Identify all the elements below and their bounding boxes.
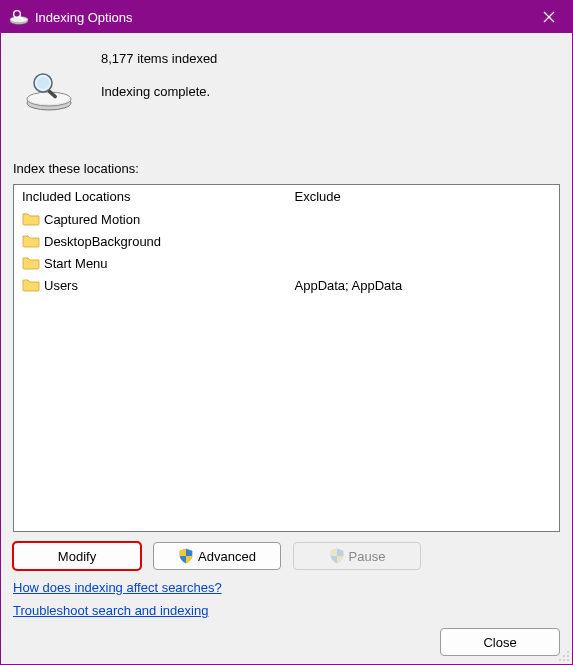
list-item[interactable]: Captured Motion (22, 208, 279, 230)
close-icon (543, 11, 555, 23)
folder-icon (22, 233, 40, 249)
list-item[interactable]: Start Menu (22, 252, 279, 274)
client-area: 8,177 items indexed Indexing complete. I… (1, 33, 572, 664)
resize-grip[interactable] (558, 650, 570, 662)
svg-point-17 (559, 659, 561, 661)
indexing-options-icon (9, 9, 29, 25)
indexed-count: 8,177 items indexed (101, 51, 217, 66)
exclude-cell (295, 208, 552, 230)
close-window-button[interactable] (526, 1, 572, 33)
modify-button[interactable]: Modify (13, 542, 141, 570)
window-title: Indexing Options (35, 10, 526, 25)
list-headers: Included Locations Exclude (14, 185, 559, 208)
shield-icon (329, 548, 345, 564)
status-area: 8,177 items indexed Indexing complete. (13, 45, 560, 117)
svg-point-10 (37, 77, 49, 89)
list-item-label: Captured Motion (44, 212, 140, 227)
list-item-label: DesktopBackground (44, 234, 161, 249)
svg-point-8 (29, 93, 69, 104)
exclude-cell (295, 252, 552, 274)
button-row: Modify Advanced (13, 542, 560, 570)
help-links: How does indexing affect searches? Troub… (13, 580, 560, 626)
folder-icon (22, 211, 40, 227)
folder-icon (22, 255, 40, 271)
close-button[interactable]: Close (440, 628, 560, 656)
svg-point-12 (567, 651, 569, 653)
advanced-button[interactable]: Advanced (153, 542, 281, 570)
window: Indexing Options 8,177 items ind (0, 0, 573, 665)
pause-button: Pause (293, 542, 421, 570)
folder-icon (22, 277, 40, 293)
svg-point-14 (563, 655, 565, 657)
header-included[interactable]: Included Locations (14, 185, 287, 208)
indexing-state: Indexing complete. (101, 84, 217, 99)
locations-label: Index these locations: (13, 161, 560, 176)
shield-icon (178, 548, 194, 564)
list-item-label: Start Menu (44, 256, 108, 271)
exclude-cell (295, 230, 552, 252)
magnifier-drive-icon (24, 68, 74, 112)
svg-point-13 (567, 655, 569, 657)
list-item[interactable]: Users (22, 274, 279, 296)
locations-listbox[interactable]: Included Locations Exclude Captured Moti… (13, 184, 560, 532)
list-item[interactable]: DesktopBackground (22, 230, 279, 252)
svg-point-15 (567, 659, 569, 661)
help-link-indexing[interactable]: How does indexing affect searches? (13, 580, 222, 595)
header-exclude[interactable]: Exclude (287, 185, 560, 208)
titlebar: Indexing Options (1, 1, 572, 33)
status-icon (13, 45, 85, 117)
help-link-troubleshoot[interactable]: Troubleshoot search and indexing (13, 603, 208, 618)
svg-point-16 (563, 659, 565, 661)
list-item-label: Users (44, 278, 78, 293)
exclude-cell: AppData; AppData (295, 274, 552, 296)
